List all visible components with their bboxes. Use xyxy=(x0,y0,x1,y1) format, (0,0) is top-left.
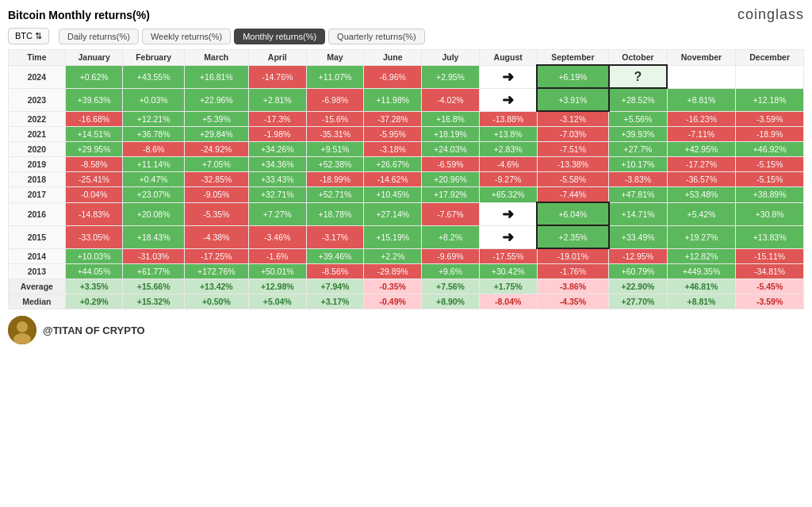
data-cell: +39.93% xyxy=(609,127,667,142)
average-cell: +7.94% xyxy=(306,279,364,294)
data-cell: +0.03% xyxy=(123,88,184,111)
data-cell: +10.03% xyxy=(65,248,123,264)
data-cell: +5.42% xyxy=(667,202,736,225)
table-row: 2023+39.63%+0.03%+22.96%+2.81%-6.98%+11.… xyxy=(9,88,804,111)
data-cell: +33.43% xyxy=(248,172,306,187)
tab-weekly[interactable]: Weekly returns(%) xyxy=(142,29,231,44)
data-cell: +46.92% xyxy=(736,142,804,157)
data-cell: -7.11% xyxy=(667,127,736,142)
median-cell: +5.04% xyxy=(248,294,306,309)
data-cell: +30.8% xyxy=(736,202,804,225)
data-cell: +11.98% xyxy=(364,88,422,111)
data-cell: +10.45% xyxy=(364,187,422,203)
data-cell: +5.56% xyxy=(609,111,667,127)
data-cell: ➜ xyxy=(479,88,537,111)
average-cell: +22.90% xyxy=(609,279,667,294)
data-cell: -35.31% xyxy=(306,127,364,142)
data-cell: -7.03% xyxy=(537,127,609,142)
data-cell: +60.79% xyxy=(609,264,667,279)
data-cell: -7.67% xyxy=(422,202,480,225)
table-row: 2013+44.05%+61.77%+172.76%+50.01%-8.56%-… xyxy=(9,264,804,279)
data-cell: -3.46% xyxy=(248,225,306,248)
tab-monthly[interactable]: Monthly returns(%) xyxy=(234,29,325,44)
data-cell: -29.89% xyxy=(364,264,422,279)
data-cell: -17.27% xyxy=(667,157,736,172)
year-cell: 2024 xyxy=(9,65,66,88)
data-cell: -8.6% xyxy=(123,142,184,157)
data-cell: -8.56% xyxy=(306,264,364,279)
data-cell: -16.68% xyxy=(65,111,123,127)
average-row: Average+3.35%+15.66%+13.42%+12.98%+7.94%… xyxy=(9,279,804,294)
average-cell: -5.45% xyxy=(736,279,804,294)
data-cell: +12.21% xyxy=(123,111,184,127)
table-header-row: Time January February March April May Ju… xyxy=(9,50,804,66)
average-cell: +7.56% xyxy=(422,279,480,294)
data-cell: +0.62% xyxy=(65,65,123,88)
data-cell: +5.39% xyxy=(184,111,248,127)
data-cell: -5.35% xyxy=(184,202,248,225)
data-cell: +13.8% xyxy=(479,127,537,142)
data-cell: +26.67% xyxy=(364,157,422,172)
col-header-jan: January xyxy=(65,50,123,66)
data-cell: +8.2% xyxy=(422,225,480,248)
header: Bitcoin Monthly returns(%) coinglass xyxy=(8,6,804,23)
data-cell: +24.03% xyxy=(422,142,480,157)
data-cell: -5.58% xyxy=(537,172,609,187)
median-cell: +8.81% xyxy=(667,294,736,309)
data-cell: +19.27% xyxy=(667,225,736,248)
data-cell: +50.01% xyxy=(248,264,306,279)
average-cell: -0.35% xyxy=(364,279,422,294)
data-cell: -14.76% xyxy=(248,65,306,88)
data-cell: +28.52% xyxy=(609,88,667,111)
data-cell: +53.48% xyxy=(667,187,736,203)
data-cell: +20.96% xyxy=(422,172,480,187)
col-header-jul: July xyxy=(422,50,480,66)
average-cell: +1.75% xyxy=(479,279,537,294)
col-header-feb: February xyxy=(123,50,184,66)
data-cell: +20.08% xyxy=(123,202,184,225)
data-cell: -36.57% xyxy=(667,172,736,187)
data-cell: +47.81% xyxy=(609,187,667,203)
svg-point-1 xyxy=(17,321,28,332)
data-cell: +13.83% xyxy=(736,225,804,248)
data-cell: +16.81% xyxy=(184,65,248,88)
data-cell: -5.95% xyxy=(364,127,422,142)
data-cell: -19.01% xyxy=(537,248,609,264)
data-cell: -18.99% xyxy=(306,172,364,187)
average-cell: +13.42% xyxy=(184,279,248,294)
table-row: 2021+14.51%+36.78%+29.84%-1.98%-35.31%-5… xyxy=(9,127,804,142)
average-cell: +12.98% xyxy=(248,279,306,294)
data-cell: -32.85% xyxy=(184,172,248,187)
data-cell: -37.28% xyxy=(364,111,422,127)
tab-daily[interactable]: Daily returns(%) xyxy=(59,29,139,44)
col-header-oct: October xyxy=(609,50,667,66)
table-row: 2015-33.05%+18.43%-4.38%-3.46%-3.17%+15.… xyxy=(9,225,804,248)
median-cell: -3.59% xyxy=(736,294,804,309)
data-cell: -12.95% xyxy=(609,248,667,264)
data-cell: +29.95% xyxy=(65,142,123,157)
data-cell: +36.78% xyxy=(123,127,184,142)
table-row: 2022-16.68%+12.21%+5.39%-17.3%-15.6%-37.… xyxy=(9,111,804,127)
col-header-time: Time xyxy=(9,50,66,66)
data-cell: +9.51% xyxy=(306,142,364,157)
col-header-may: May xyxy=(306,50,364,66)
data-cell: ? xyxy=(609,65,667,88)
year-cell: 2013 xyxy=(9,264,66,279)
data-cell: -13.38% xyxy=(537,157,609,172)
table-row: 2017-0.04%+23.07%-9.05%+32.71%+52.71%+10… xyxy=(9,187,804,203)
data-cell: +12.82% xyxy=(667,248,736,264)
btc-selector[interactable]: BTC ⇅ xyxy=(8,28,49,44)
data-cell: -4.38% xyxy=(184,225,248,248)
data-cell xyxy=(667,65,736,88)
footer-handle: @TITAN OF CRYPTO xyxy=(43,325,145,336)
data-cell: -15.11% xyxy=(736,248,804,264)
tab-quarterly[interactable]: Quarterly returns(%) xyxy=(328,29,425,44)
median-row: Median+0.29%+15.32%+0.50%+5.04%+3.17%-0.… xyxy=(9,294,804,309)
data-cell: +39.46% xyxy=(306,248,364,264)
data-cell: +22.96% xyxy=(184,88,248,111)
data-cell: -9.05% xyxy=(184,187,248,203)
year-cell: 2016 xyxy=(9,202,66,225)
col-header-sep: September xyxy=(537,50,609,66)
average-cell: +3.35% xyxy=(65,279,123,294)
brand-logo: coinglass xyxy=(737,6,804,23)
